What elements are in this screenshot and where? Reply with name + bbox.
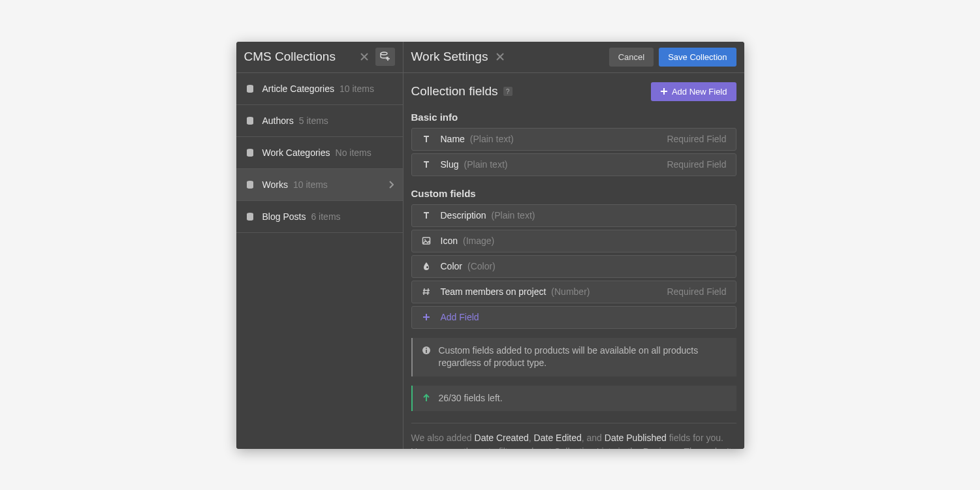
plus-icon: [421, 313, 432, 321]
collection-count: 5 items: [299, 115, 328, 126]
main-body: Collection fields ? Add New Field Basic …: [403, 73, 744, 449]
field-type: (Plain text): [470, 134, 514, 144]
footer-date-edited: Date Edited: [534, 433, 582, 443]
fields-left-box: 26/30 fields left.: [411, 386, 736, 412]
text-icon: [421, 134, 432, 144]
add-field-label: Add Field: [441, 312, 479, 322]
collection-count: 10 items: [340, 84, 374, 94]
divider: [411, 423, 736, 423]
field-row-description[interactable]: Description (Plain text): [411, 204, 736, 227]
info-text: Custom fields added to products will be …: [439, 345, 727, 370]
collection-name: Authors: [262, 115, 294, 126]
field-name: Team members on project: [441, 286, 546, 297]
text-icon: [421, 160, 432, 169]
info-box: Custom fields added to products will be …: [411, 338, 736, 376]
section-title: Collection fields ?: [411, 84, 513, 99]
collection-item-blog-posts[interactable]: Blog Posts 6 items: [236, 201, 403, 233]
svg-point-7: [424, 239, 426, 241]
collection-name: Article Categories: [262, 84, 335, 94]
custom-fields-label: Custom fields: [411, 188, 736, 199]
close-sidebar-icon[interactable]: [358, 51, 370, 63]
collection-count: 10 items: [293, 179, 328, 190]
hash-icon: [421, 287, 432, 296]
collection-item-works[interactable]: Works 10 items: [236, 169, 403, 201]
field-name: Description: [441, 210, 486, 221]
collection-name: Works: [262, 179, 288, 190]
field-row-icon[interactable]: Icon (Image): [411, 230, 736, 253]
field-type: (Number): [551, 286, 590, 297]
field-type: (Plain text): [492, 210, 535, 221]
database-icon: [245, 116, 255, 125]
svg-rect-10: [426, 350, 427, 353]
section-title-text: Collection fields: [411, 84, 498, 99]
field-row-name[interactable]: Name (Plain text) Required Field: [411, 128, 736, 151]
close-main-icon[interactable]: [494, 51, 506, 63]
text-icon: [421, 211, 432, 220]
collection-name: Blog Posts: [262, 211, 306, 222]
database-icon: [245, 84, 255, 93]
help-icon[interactable]: ?: [503, 87, 513, 96]
footer-prefix: We also added: [411, 433, 475, 443]
collection-item-work-categories[interactable]: Work Categories No items: [236, 137, 403, 169]
field-type: (Plain text): [464, 159, 508, 170]
footer-text: We also added Date Created, Date Edited,…: [411, 431, 736, 448]
footer-date-published: Date Published: [605, 433, 667, 443]
svg-rect-11: [426, 348, 427, 349]
chevron-right-icon: [388, 181, 394, 189]
field-type: (Image): [463, 236, 494, 246]
collection-list: Article Categories 10 items Authors 5 it…: [236, 73, 403, 449]
field-name: Slug: [441, 159, 459, 170]
collection-count: 6 items: [311, 211, 340, 222]
collection-count: No items: [336, 147, 371, 158]
footer-date-created: Date Created: [475, 433, 529, 443]
section-header: Collection fields ? Add New Field: [411, 82, 736, 101]
basic-info-label: Basic info: [411, 112, 736, 123]
info-icon: [422, 346, 431, 370]
field-required: Required Field: [667, 134, 726, 144]
field-row-slug[interactable]: Slug (Plain text) Required Field: [411, 153, 736, 176]
field-name: Icon: [441, 236, 458, 246]
sidebar: CMS Collections Article Categories 10 it…: [236, 42, 403, 449]
footer-sep1: ,: [529, 433, 534, 443]
cancel-button[interactable]: Cancel: [609, 48, 654, 67]
image-icon: [421, 236, 432, 245]
collection-item-article-categories[interactable]: Article Categories 10 items: [236, 73, 403, 105]
database-icon: [245, 148, 255, 157]
field-name: Name: [441, 134, 465, 144]
field-type: (Color): [467, 261, 496, 271]
field-name: Color: [441, 261, 462, 271]
cms-modal: CMS Collections Article Categories 10 it…: [236, 42, 744, 449]
save-collection-button[interactable]: Save Collection: [659, 48, 736, 67]
svg-point-8: [426, 266, 428, 268]
sidebar-header: CMS Collections: [236, 42, 403, 73]
main-header: Work Settings Cancel Save Collection: [403, 42, 744, 73]
field-row-color[interactable]: Color (Color): [411, 255, 736, 278]
field-row-team-members[interactable]: Team members on project (Number) Require…: [411, 281, 736, 303]
add-new-field-button[interactable]: Add New Field: [651, 82, 736, 101]
add-collection-button[interactable]: [375, 48, 395, 66]
fields-left-text: 26/30 fields left.: [439, 392, 503, 405]
main-panel: Work Settings Cancel Save Collection Col…: [403, 42, 744, 449]
database-icon: [245, 180, 255, 189]
add-field-row[interactable]: Add Field: [411, 306, 736, 329]
svg-point-0: [381, 52, 387, 55]
main-title: Work Settings: [411, 50, 488, 64]
footer-sep2: , and: [582, 433, 605, 443]
plus-icon: [660, 87, 668, 95]
sidebar-title: CMS Collections: [244, 50, 355, 64]
add-new-field-label: Add New Field: [672, 87, 727, 97]
collection-item-authors[interactable]: Authors 5 items: [236, 105, 403, 137]
color-icon: [421, 262, 432, 271]
database-icon: [245, 212, 255, 221]
field-required: Required Field: [667, 159, 726, 170]
collection-name: Work Categories: [262, 147, 330, 158]
arrow-up-icon: [422, 393, 431, 405]
field-required: Required Field: [667, 286, 726, 297]
